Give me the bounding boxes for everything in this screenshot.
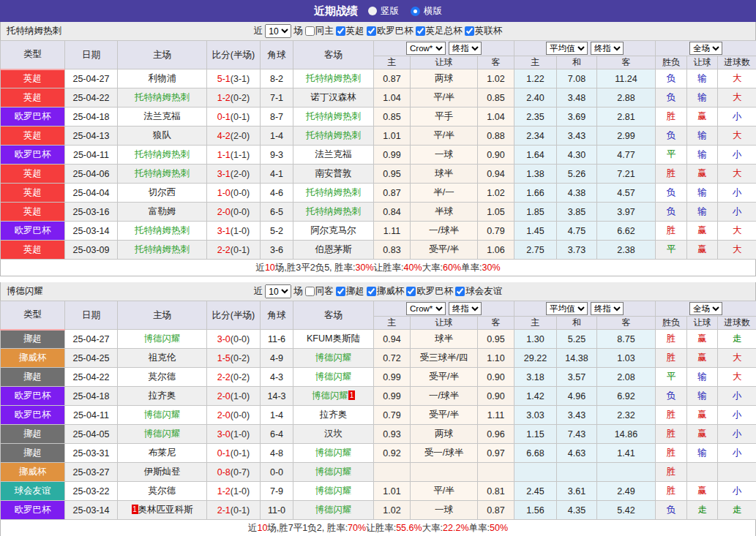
average-select[interactable]: 平均值 xyxy=(546,42,588,55)
summary-stat-value: 10 xyxy=(257,523,267,533)
halftime-score: (1-0) xyxy=(231,391,250,401)
match-score: 3-0(0-0) xyxy=(207,330,261,349)
layout-option-horizontal[interactable]: 横版 xyxy=(411,5,442,18)
match-date: 25-03-14 xyxy=(65,501,118,520)
odds-home: 0.95 xyxy=(374,165,411,184)
avg-home xyxy=(514,463,557,482)
avg-stage-select[interactable]: 终指 xyxy=(591,42,624,55)
home-team-name: 法兰克福 xyxy=(144,111,181,121)
league-filter[interactable]: 英超 xyxy=(336,25,364,37)
same-venue-filter[interactable]: 同客 xyxy=(305,285,334,298)
result-outcome: 胜 xyxy=(656,349,687,368)
odds-line xyxy=(411,463,478,482)
corner-score: 4-9 xyxy=(261,349,293,368)
league-filter[interactable]: 英联杯 xyxy=(465,25,503,37)
summary-text: 大率: xyxy=(422,522,443,535)
col-header-avg-draw: 和 xyxy=(557,56,597,69)
avg-home: 1.56 xyxy=(514,501,557,520)
league-filter-checkbox[interactable] xyxy=(367,26,376,36)
home-team: 利物浦 xyxy=(118,69,207,88)
avg-away: 5.42 xyxy=(597,501,656,520)
league-filter-checkbox[interactable] xyxy=(465,26,474,36)
col-header-odds-away: 客 xyxy=(478,56,514,69)
recent-games-select[interactable]: 10 xyxy=(265,284,291,298)
match-date: 25-04-11 xyxy=(65,406,118,425)
scope-select[interactable]: 全场 xyxy=(689,302,722,315)
result-goals: 小 xyxy=(718,425,756,444)
league-filter-label: 欧罗巴杯 xyxy=(377,25,413,37)
radio-horizontal-icon[interactable] xyxy=(411,7,420,16)
odds-away: 0.88 xyxy=(478,127,514,146)
average-select[interactable]: 平均值 xyxy=(546,302,588,315)
avg-draw: 3.57 xyxy=(557,368,597,387)
halftime-score: (0-2) xyxy=(231,353,250,363)
league-filter[interactable]: 欧罗巴杯 xyxy=(367,25,413,37)
odds-line: 球半 xyxy=(411,330,478,349)
layout-option-vertical[interactable]: 竖版 xyxy=(368,5,399,18)
scope-select[interactable]: 全场 xyxy=(689,42,722,55)
avg-stage-select[interactable]: 终指 xyxy=(591,302,624,315)
odds-away: 1.02 xyxy=(478,184,514,203)
type-badge: 欧罗巴杯 xyxy=(1,501,65,520)
away-team: 托特纳姆热刺 xyxy=(293,107,374,127)
match-date: 25-03-09 xyxy=(65,241,118,260)
col-header-away: 客场 xyxy=(293,41,374,69)
same-venue-filter[interactable]: 同主 xyxy=(305,25,334,37)
odds-line: 受平/半 xyxy=(411,406,478,425)
away-team-name: 托特纳姆热刺 xyxy=(306,206,361,216)
league-filter-checkbox[interactable] xyxy=(336,287,345,296)
odds-away xyxy=(478,463,514,482)
match-score: 2-1(0-1) xyxy=(207,501,261,520)
league-filter[interactable]: 欧罗巴杯 xyxy=(406,285,453,298)
odds-stage-select[interactable]: 终指 xyxy=(449,42,482,55)
bookmaker-select[interactable]: Crow* xyxy=(406,42,446,55)
match-date: 25-03-27 xyxy=(65,463,118,482)
odds-home: 0.85 xyxy=(374,107,411,127)
same-venue-checkbox[interactable] xyxy=(305,26,315,36)
odds-away: 0.96 xyxy=(478,425,514,444)
radio-vertical-icon[interactable] xyxy=(368,7,377,15)
col-header-date: 日期 xyxy=(65,301,118,330)
odds-line: 一/球半 xyxy=(411,387,478,406)
avg-away: 7.21 xyxy=(597,165,656,184)
avg-home: 3.03 xyxy=(514,406,557,425)
type-badge: 英超 xyxy=(1,184,65,203)
home-team-name: 博德闪耀 xyxy=(144,409,181,420)
league-filter-checkbox[interactable] xyxy=(416,26,425,36)
same-venue-checkbox[interactable] xyxy=(305,287,315,296)
odds-stage-select[interactable]: 终指 xyxy=(449,302,482,315)
avg-home: 1.15 xyxy=(514,425,557,444)
result-handicap: 输 xyxy=(687,184,718,203)
home-team: 博德闪耀 xyxy=(118,330,207,349)
league-filter[interactable]: 球会友谊 xyxy=(455,285,502,298)
col-header-odds-line: 让球 xyxy=(411,56,478,69)
result-handicap: 输 xyxy=(687,69,718,88)
match-score: 3-0(1-0) xyxy=(207,425,261,444)
recent-games-select[interactable]: 10 xyxy=(265,24,291,38)
odds-line: 平/半 xyxy=(411,88,478,107)
odds-away: 1.02 xyxy=(478,69,514,88)
league-filter-checkbox[interactable] xyxy=(336,26,345,36)
league-filter[interactable]: 英足总杯 xyxy=(416,25,463,37)
league-filter-checkbox[interactable] xyxy=(367,287,376,296)
bookmaker-select[interactable]: Crow* xyxy=(406,302,446,315)
col-header-away: 客场 xyxy=(293,301,374,330)
col-header-avg-home: 主 xyxy=(514,56,557,69)
table-row: 欧罗巴杯25-04-18法兰克福0-1(0-1)8-7托特纳姆热刺0.85平手1… xyxy=(1,107,756,127)
corner-score: 0-0 xyxy=(261,463,293,482)
team-section: 博德闪耀 近10场同客挪超挪威杯欧罗巴杯球会友谊 类型 日期 主场 比分(半场)… xyxy=(0,282,756,536)
col-header-odds-home: 主 xyxy=(374,56,411,69)
league-filter[interactable]: 挪威杯 xyxy=(367,285,405,298)
league-filter-checkbox[interactable] xyxy=(406,287,416,296)
type-badge: 挪威杯 xyxy=(1,463,65,482)
league-filter[interactable]: 挪超 xyxy=(336,285,364,298)
home-team-name: 布莱尼 xyxy=(149,448,176,458)
table-row: 英超25-04-27利物浦5-1(3-1)8-2托特纳姆热刺0.87两球1.02… xyxy=(1,69,756,88)
summary-stat-value: 55.6% xyxy=(396,523,422,533)
match-date: 25-04-05 xyxy=(65,425,118,444)
league-filter-checkbox[interactable] xyxy=(455,287,465,296)
result-outcome: 负 xyxy=(656,69,687,88)
odds-away: 0.81 xyxy=(478,482,514,501)
odds-line: 一球 xyxy=(411,146,478,165)
home-team-name: 托特纳姆热刺 xyxy=(135,149,190,159)
